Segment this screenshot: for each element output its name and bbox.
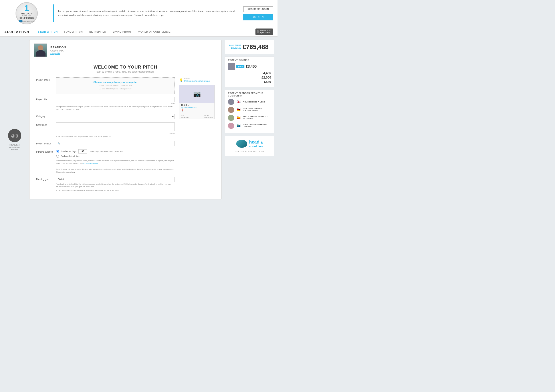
number-of-days-radio[interactable] <box>56 150 59 153</box>
header-actions: REGISTER/LOG IN JOIN IN <box>243 7 273 21</box>
days-input[interactable] <box>78 149 87 154</box>
funding-badge-0: 2445 <box>236 65 244 68</box>
left-widget: ◕◑ DOWNLOADDASHBOARDWIDGET <box>4 40 26 200</box>
hs-label: head & shoulders <box>23 21 34 22</box>
funding-thumb-0 <box>228 63 235 70</box>
preview-card-image: 📷 <box>179 85 214 103</box>
funding-goal-field: Your funding goal should be the minimum … <box>56 177 175 192</box>
search-icon: 🔍 <box>58 143 60 145</box>
avatar <box>34 43 47 57</box>
lightbulb-icon: 💡 <box>179 78 183 82</box>
form-main: Project image Choose an image from your … <box>36 78 175 195</box>
funding-goal-hint1: Your funding goal should be the minimum … <box>56 183 175 188</box>
nav-link-fund-pitch[interactable]: FUND A PITCH <box>64 30 83 33</box>
pledge-avatar-0 <box>228 99 234 105</box>
duration-note2: Note: Amazon will hold funds for 14 days… <box>56 168 174 173</box>
header-intro: Lorem ipsum dolor sit amet, consectetur … <box>58 9 239 17</box>
nav-link-living-proof[interactable]: LIVING PROOF <box>113 30 132 33</box>
short-blurb-hint: If you had to describe your project in o… <box>56 135 175 138</box>
pledge-text-3: ULRIKA OFFERS DANCING LESSONS <box>243 124 271 128</box>
funding-duration-label: Funding duration <box>36 149 56 153</box>
available-funding-label: AVAILABLEFUNDING <box>228 44 241 50</box>
funding-amount-1: £4,465 <box>262 71 271 75</box>
funding-duration-row: Funding duration Number of days 1–60 day… <box>36 149 175 174</box>
pledges-title: RECENT PLEDGES FROM THE COMMUNITY <box>228 92 271 97</box>
hs-brand-shoulders: shoulders <box>249 145 263 148</box>
appstore-line1: Available on the <box>260 29 271 31</box>
logo-one: 1 <box>24 4 29 12</box>
avatar-image <box>34 43 47 57</box>
nav-links: START A PITCH FUND A PITCH BE INSPIRED L… <box>38 30 255 33</box>
nav-link-start-pitch[interactable]: START A PITCH <box>38 30 58 33</box>
join-button[interactable]: JOIN IN <box>243 14 273 21</box>
category-select[interactable] <box>56 114 175 119</box>
short-blurb-row: Short blurb 130/135 If you had to descri… <box>36 122 175 138</box>
available-funding-amount: £765,488 <box>243 43 269 50</box>
pledge-item-1: 🇩🇪 MARIA ORGANISED A THEATRE PARTY <box>228 107 271 113</box>
preview-card-title: Untitled <box>181 104 213 107</box>
funding-goal-input[interactable] <box>56 177 175 182</box>
appstore-line2: App Store <box>260 31 271 34</box>
pledge-item-2: 🇪🇸 PAOLO OFFERS FOOTBALL COACHING <box>228 115 271 121</box>
pitch-form-subtitle: Start by giving it a name, a pic, and ot… <box>36 71 215 73</box>
pledge-avatar-2 <box>228 115 234 121</box>
sponsor-box: head & shoulders VISIT HEAD & SHOULDERS <box>225 136 274 156</box>
short-blurb-textarea[interactable] <box>56 122 175 131</box>
project-title-field: 0/90 Your project title should be simple… <box>56 97 175 111</box>
category-row: Category <box>36 114 175 119</box>
form-side: 💡 How to: Make an awesome project 📷 Unti… <box>179 78 215 195</box>
logo-confidence: CONFIDENCE <box>20 17 34 19</box>
logo-hs: head & shoulders <box>19 20 34 22</box>
duration-note: We recommend that projects last 30 days … <box>56 159 175 174</box>
edit-profile-link[interactable]: Edit profile <box>50 52 66 55</box>
logo: 1 MILLION ACTS OF CONFIDENCE head & shou… <box>15 2 38 24</box>
pledged-label: PLEDGED <box>204 116 213 118</box>
short-blurb-counter: 130/135 <box>56 132 175 135</box>
hs-sponsor-logo: head & shoulders <box>236 140 263 148</box>
pledge-avatar-1 <box>228 107 234 113</box>
project-location-row: Project location 🔍 <box>36 141 175 146</box>
short-blurb-field: 130/135 If you had to describe your proj… <box>56 122 175 138</box>
funding-amount-0: £3,400 <box>246 64 257 69</box>
widget-icon: ◕◑ <box>11 133 18 138</box>
project-image-field: Choose an image from your computer JPEG,… <box>56 78 175 94</box>
location-input[interactable] <box>56 141 175 146</box>
number-of-days-label: Number of days <box>61 150 77 153</box>
how-to-box: 💡 How to: Make an awesome project <box>179 78 215 83</box>
project-location-label: Project location <box>36 141 56 145</box>
recent-pledges-box: RECENT PLEDGES FROM THE COMMUNITY 🇬🇧 PHI… <box>225 90 274 133</box>
appstore-button[interactable]:  Available on the App Store <box>255 29 273 35</box>
upload-link[interactable]: Choose an image from your computer <box>59 81 171 83</box>
profile-bar: BRANDON Oregon, USA Edit profile <box>29 40 221 60</box>
nav-link-be-inspired[interactable]: BE INSPIRED <box>89 30 106 33</box>
register-button[interactable]: REGISTER/LOG IN <box>243 7 273 12</box>
project-location-field: 🔍 <box>56 141 175 146</box>
upload-hint-1: JPEG, PNG, GIF, or BMP • 10MB file limit <box>99 84 132 86</box>
hs-oval-large-icon <box>236 140 247 148</box>
end-date-radio[interactable] <box>56 155 59 158</box>
nav-link-world-confidence[interactable]: WORLD OF CONFIDENCE <box>138 30 170 33</box>
profile-name: BRANDON <box>50 46 66 49</box>
pledged-amount: $0.00 <box>204 114 213 116</box>
flag-se: 🇸🇪 <box>236 124 241 127</box>
duration-radio-group: Number of days 1–60 days, we recommend 3… <box>56 149 175 158</box>
pledge-item-0: 🇬🇧 PHIL DESIGNED A LOGO <box>228 99 271 105</box>
funding-goal-hint2: If your project is successfully funded, … <box>56 189 175 192</box>
how-to-label: How to: <box>184 78 210 79</box>
hs-brand-head: head & <box>249 140 263 145</box>
project-title-label: Project title <box>36 97 56 101</box>
visit-hs-link[interactable]: VISIT HEAD & SHOULDERS <box>235 150 264 152</box>
funding-amount-2: £2,000 <box>262 76 271 79</box>
project-image-label: Project image <box>36 78 56 81</box>
pitch-form: WELCOME TO YOUR PITCH Start by giving it… <box>29 60 221 199</box>
project-title-input[interactable] <box>56 97 175 102</box>
funding-goal-label: Funding goal <box>36 177 56 181</box>
pitch-form-title: WELCOME TO YOUR PITCH <box>36 64 215 70</box>
kickstarter-school-link[interactable]: Kickstarter School <box>83 162 98 164</box>
how-to-link[interactable]: Make an awesome project <box>184 80 210 82</box>
form-layout: Project image Choose an image from your … <box>36 78 215 195</box>
preview-card-footer: 0% FUNDED $0.00 PLEDGED <box>179 113 214 119</box>
funding-duration-field: Number of days 1–60 days, we recommend 3… <box>56 149 175 174</box>
widget-circle[interactable]: ◕◑ <box>8 129 21 142</box>
upload-box[interactable]: Choose an image from your computer JPEG,… <box>56 78 175 94</box>
